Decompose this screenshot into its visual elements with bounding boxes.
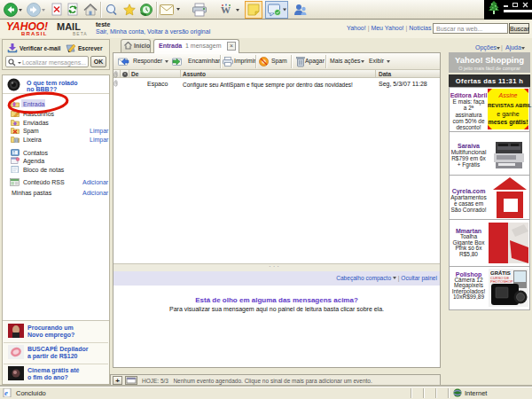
svg-text:e: e — [4, 388, 8, 397]
svg-text:PHOTOSHOP: PHOTOSHOP — [490, 279, 513, 284]
